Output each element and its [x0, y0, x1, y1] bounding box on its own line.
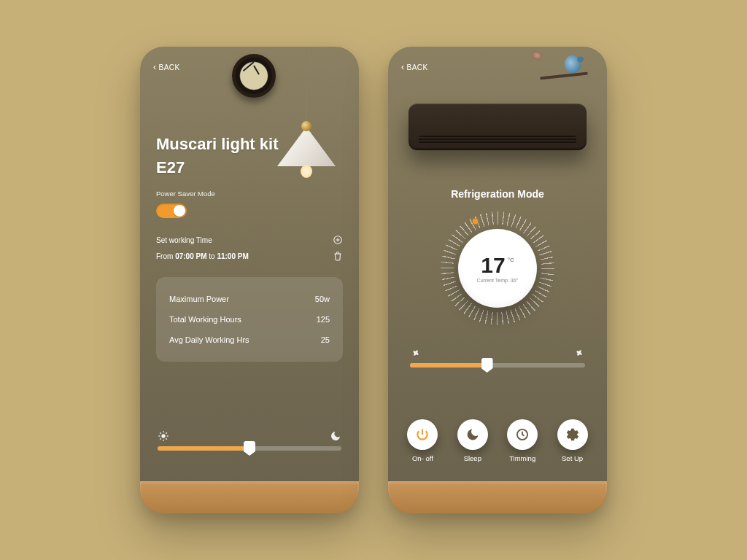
current-temperature: Current Temp: 36° — [477, 278, 519, 283]
stat-row: Total Working Hours 125 — [169, 309, 330, 330]
slider-thumb[interactable] — [481, 358, 493, 373]
svg-line-9 — [166, 438, 166, 439]
fan-low-icon — [410, 347, 422, 359]
power-saver-label: Power Saver Mode — [156, 190, 215, 198]
power-icon — [407, 419, 438, 450]
brightness-slider-group — [158, 430, 341, 451]
stat-label: Maximum Power — [169, 295, 229, 303]
stat-value: 25 — [321, 335, 330, 344]
slider-thumb[interactable] — [244, 441, 255, 456]
stat-value: 125 — [317, 315, 330, 324]
toggle-knob — [174, 205, 185, 217]
svg-line-8 — [160, 432, 160, 433]
stat-row: Avg Daily Working Hrs 25 — [169, 330, 330, 350]
working-time-label: Set working Time — [156, 236, 212, 244]
mode-label: On- off — [412, 454, 433, 462]
floor-decor — [388, 481, 607, 513]
dial-indicator-dot — [473, 219, 478, 224]
phone-light-control: ‹ BACK Muscari light kit E27 Power Saver… — [140, 47, 359, 513]
add-time-icon[interactable] — [333, 235, 343, 245]
gear-icon — [557, 419, 588, 450]
mode-label: Sleep — [464, 454, 481, 462]
back-button[interactable]: ‹ BACK — [401, 63, 428, 71]
back-button[interactable]: ‹ BACK — [153, 63, 180, 71]
mode-title: Refrigeration Mode — [388, 188, 607, 200]
mode-onoff[interactable]: On- off — [407, 419, 438, 462]
sleep-icon — [457, 419, 488, 450]
fan-high-icon — [573, 347, 585, 359]
device-title: Muscari light kit E27 — [156, 133, 287, 179]
wall-clock-decor — [232, 54, 276, 98]
fan-speed-slider[interactable] — [410, 363, 585, 368]
mode-label: Timming — [509, 454, 535, 462]
chevron-left-icon: ‹ — [153, 63, 157, 71]
phone-ac-control: ‹ BACK Refrigeration Mode 17 °C Current … — [388, 47, 607, 513]
birds-decor — [537, 52, 588, 82]
back-label: BACK — [407, 63, 428, 71]
power-saver-toggle[interactable] — [156, 203, 187, 218]
working-time-section: Set working Time From 07:00 PM to 11:00 … — [156, 235, 343, 261]
svg-point-3 — [161, 434, 165, 438]
temperature-value: 17 °C — [481, 254, 514, 276]
temperature-dial[interactable]: 17 °C Current Temp: 36° — [441, 211, 554, 325]
stat-label: Total Working Hours — [169, 315, 241, 324]
moon-icon — [330, 430, 341, 442]
svg-line-10 — [160, 438, 160, 439]
stat-label: Avg Daily Working Hrs — [169, 335, 249, 344]
stats-card: Maximum Power 50w Total Working Hours 12… — [156, 277, 343, 362]
slider-fill — [158, 446, 249, 451]
floor-decor — [140, 481, 359, 513]
svg-line-11 — [166, 432, 166, 433]
ac-unit-decor — [409, 104, 587, 150]
dial-face: 17 °C Current Temp: 36° — [458, 229, 537, 308]
stat-row: Maximum Power 50w — [169, 289, 330, 309]
delete-time-icon[interactable] — [333, 251, 343, 261]
working-time-value: From 07:00 PM to 11:00 PM — [156, 252, 249, 260]
slider-fill — [410, 363, 487, 368]
brightness-slider[interactable] — [158, 446, 341, 451]
mode-setup[interactable]: Set Up — [557, 419, 588, 462]
back-label: BACK — [159, 63, 180, 71]
mode-timing[interactable]: Timming — [507, 419, 538, 462]
power-saver-section: Power Saver Mode — [156, 190, 215, 218]
clock-icon — [507, 419, 538, 450]
sun-icon — [158, 430, 169, 442]
stat-value: 50w — [315, 295, 330, 303]
mode-label: Set Up — [562, 454, 583, 462]
mode-sleep[interactable]: Sleep — [457, 419, 488, 462]
chevron-left-icon: ‹ — [401, 63, 405, 71]
mode-buttons: On- off Sleep Timming Set Up — [388, 419, 607, 462]
